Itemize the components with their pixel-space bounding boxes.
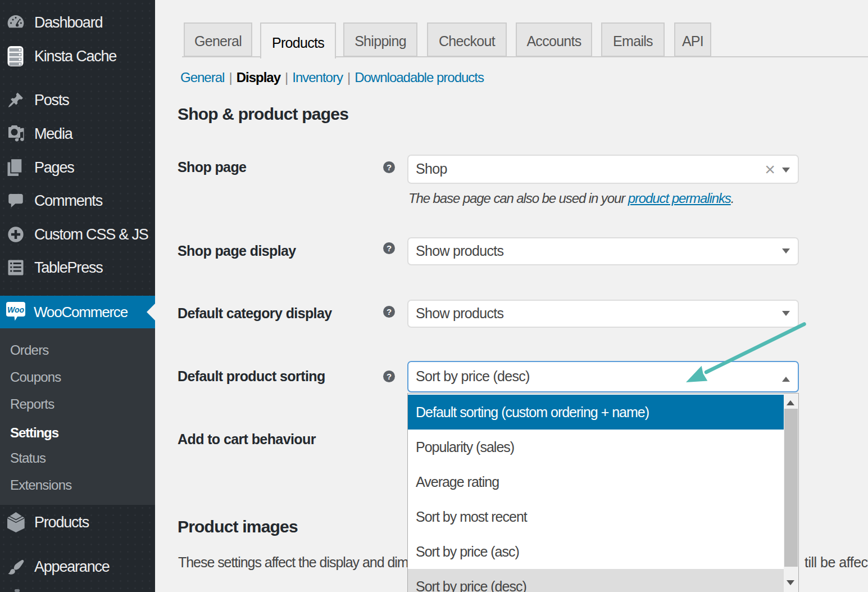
svg-text:Woo: Woo	[7, 305, 25, 314]
